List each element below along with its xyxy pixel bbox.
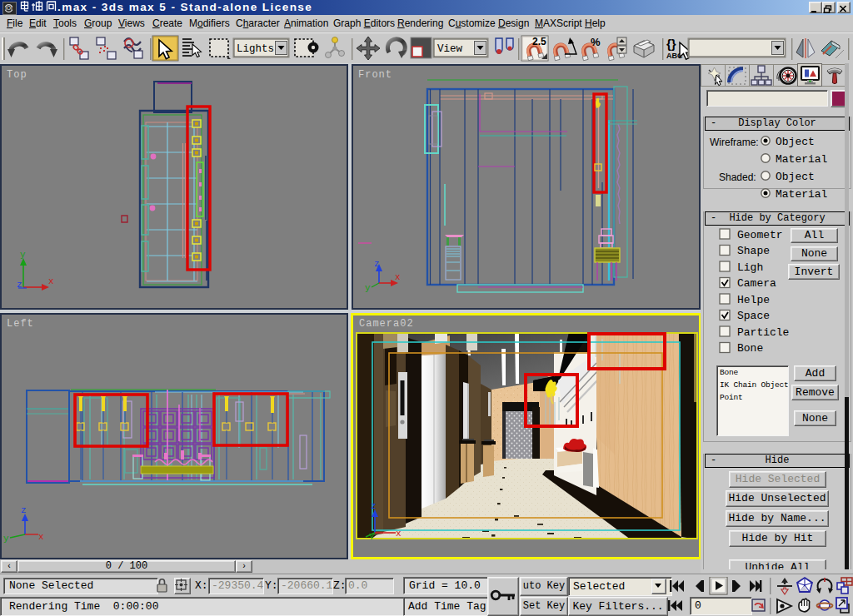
svg-text:y: y [365,283,371,293]
svg-text:x: x [396,529,402,539]
svg-text:y: y [369,531,375,539]
svg-text:y: y [3,534,9,544]
svg-text:y: y [20,250,26,260]
svg-text:2.5: 2.5 [532,36,546,47]
svg-text:x: x [48,276,54,286]
svg-text:x: x [395,272,401,282]
svg-text:z: z [374,259,380,269]
svg-text:IOI: IOI [5,5,12,11]
svg-text:%: % [591,36,601,48]
svg-text:z: z [21,505,27,515]
svg-text:View: View [437,43,463,55]
svg-text:x: x [38,532,44,542]
svg-text:Lights: Lights [237,43,274,55]
svg-text:z: z [371,501,377,511]
svg-text:{}: {} [666,37,676,51]
